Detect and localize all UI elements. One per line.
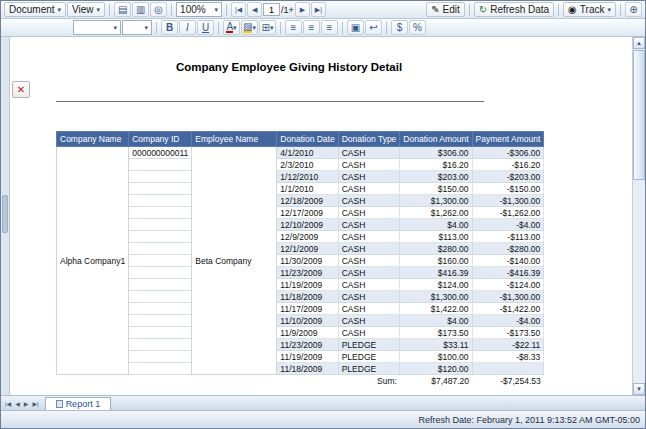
donation-amount-cell: $1,422.00: [400, 303, 472, 315]
drill-button[interactable]: ⊕: [625, 2, 642, 17]
refresh-data-label: Refresh Data: [490, 4, 549, 15]
sum-label: Sum:: [338, 375, 400, 388]
drill-icon: ⊕: [629, 4, 637, 15]
previous-page-button[interactable]: ◀: [247, 2, 262, 17]
section-divider: [56, 101, 484, 102]
print-button[interactable]: ▥: [132, 2, 149, 17]
company-id-cell: [129, 279, 192, 291]
donation-date-cell: 11/19/2009: [277, 279, 338, 291]
column-header-company-name: Company Name: [57, 132, 129, 147]
scrollbar-thumb[interactable]: [633, 50, 645, 180]
table-row: 12/1/2009CASH$280.00-$280.00: [57, 243, 544, 255]
zoom-select[interactable]: 100% ▾: [176, 2, 222, 17]
toolbar-separator: [218, 22, 219, 34]
payment-amount-cell: -$4.00: [472, 219, 544, 231]
employee-name-cell: Beta Company: [192, 147, 277, 375]
company-id-cell: [129, 183, 192, 195]
status-bar: Refresh Date: February 1, 2011 9:13:52 A…: [1, 410, 645, 428]
refresh-date-text: Refresh Date: February 1, 2011 9:13:52 A…: [419, 415, 640, 425]
print-icon: ▥: [136, 4, 145, 15]
document-menu[interactable]: Document ▾: [4, 2, 66, 17]
next-tab-button[interactable]: ▶: [23, 400, 30, 407]
bold-button[interactable]: B: [161, 20, 178, 35]
track-label: Track: [580, 4, 605, 15]
donation-amount-cell: $4.00: [400, 219, 472, 231]
first-page-button[interactable]: |◀: [231, 2, 246, 17]
table-row: 11/30/2009CASH$160.00-$140.00: [57, 255, 544, 267]
track-button[interactable]: ◉ Track ▾: [563, 2, 616, 17]
track-icon: ◉: [568, 4, 577, 15]
align-right-button[interactable]: ≡: [321, 20, 338, 35]
chevron-down-icon: ▾: [607, 6, 611, 14]
toolbar-separator: [109, 4, 110, 16]
donation-type-cell: CASH: [338, 315, 400, 327]
chevron-down-icon: ▾: [252, 24, 256, 32]
company-id-cell: [129, 315, 192, 327]
donation-date-cell: 11/18/2009: [277, 363, 338, 375]
donation-amount-cell: $280.00: [400, 243, 472, 255]
save-button[interactable]: ▤: [114, 2, 131, 17]
donation-date-cell: 4/1/2010: [277, 147, 338, 159]
donation-type-cell: PLEDGE: [338, 363, 400, 375]
toolbar-separator: [620, 4, 621, 16]
find-button[interactable]: ◎: [150, 2, 167, 17]
format-toolbar: ▾ ▾ B I U A ▾ ▨ ▾ ⊞ ▾ ≡ ≡ ≡ ▣ ↩ $ %: [1, 19, 645, 37]
payment-amount-cell: -$113.00: [472, 231, 544, 243]
page-number-input[interactable]: [263, 3, 280, 16]
column-header-donation-date: Donation Date: [277, 132, 338, 147]
font-size-select[interactable]: ▾: [122, 20, 152, 35]
main-toolbar: Document ▾ View ▾ ▤ ▥ ◎ 100% ▾ |◀ ◀ /1+ …: [1, 1, 645, 19]
table-row: 1/12/2010CASH$203.00-$203.00: [57, 171, 544, 183]
previous-page-icon: ◀: [252, 6, 257, 14]
donation-date-cell: 12/9/2009: [277, 231, 338, 243]
fill-color-button[interactable]: ▨ ▾: [241, 20, 258, 35]
column-header-company-id: Company ID: [129, 132, 192, 147]
edit-button[interactable]: ✎ Edit: [426, 2, 465, 17]
donation-amount-cell: $1,300.00: [400, 291, 472, 303]
company-id-cell: [129, 291, 192, 303]
refresh-data-button[interactable]: ↻ Refresh Data: [474, 2, 554, 17]
splitter-handle[interactable]: [2, 195, 8, 233]
font-name-select[interactable]: ▾: [73, 20, 121, 35]
report-canvas: ✕ Company Employee Giving History Detail…: [1, 37, 645, 395]
document-menu-label: Document: [9, 4, 55, 15]
italic-button[interactable]: I: [179, 20, 196, 35]
giving-history-table: Company NameCompany IDEmployee NameDonat…: [56, 131, 544, 388]
payment-amount-cell: -$306.00: [472, 147, 544, 159]
chevron-down-icon: ▾: [233, 24, 237, 32]
tab-report-1[interactable]: Report 1: [45, 397, 112, 410]
donation-amount-cell: $203.00: [400, 171, 472, 183]
delete-icon: ✕: [17, 84, 25, 95]
donation-amount-cell: $124.00: [400, 279, 472, 291]
last-page-icon: ▶|: [315, 6, 322, 14]
toolbar-separator: [342, 22, 343, 34]
last-tab-button[interactable]: ▶|: [31, 400, 39, 407]
payment-amount-cell: -$1,422.00: [472, 303, 544, 315]
borders-button[interactable]: ⊞ ▾: [259, 20, 276, 35]
donation-amount-cell: $16.20: [400, 159, 472, 171]
previous-tab-button[interactable]: ◀: [14, 400, 21, 407]
delete-block-button[interactable]: ✕: [12, 81, 30, 98]
font-color-button[interactable]: A ▾: [223, 20, 240, 35]
underline-button[interactable]: U: [197, 20, 214, 35]
vertical-scrollbar[interactable]: ▲ ▼: [632, 37, 645, 395]
scroll-up-button[interactable]: ▲: [633, 37, 645, 49]
first-tab-button[interactable]: |◀: [4, 400, 12, 407]
scroll-down-button[interactable]: ▼: [633, 383, 645, 395]
align-center-button[interactable]: ≡: [303, 20, 320, 35]
chevron-down-icon: ▾: [58, 6, 62, 14]
align-left-button[interactable]: ≡: [285, 20, 302, 35]
currency-format-button[interactable]: $: [391, 20, 408, 35]
company-id-cell: [129, 231, 192, 243]
report-tab-icon: [56, 400, 63, 408]
view-menu[interactable]: View ▾: [67, 2, 105, 17]
donation-type-cell: CASH: [338, 183, 400, 195]
merge-cells-icon: ▣: [351, 22, 360, 33]
next-page-button[interactable]: ▶: [295, 2, 310, 17]
left-panel-splitter[interactable]: [1, 37, 10, 395]
merge-cells-button[interactable]: ▣: [347, 20, 364, 35]
percent-format-button[interactable]: %: [409, 20, 426, 35]
wrap-text-button[interactable]: ↩: [365, 20, 382, 35]
last-page-button[interactable]: ▶|: [311, 2, 326, 17]
font-color-icon: A: [226, 22, 233, 33]
